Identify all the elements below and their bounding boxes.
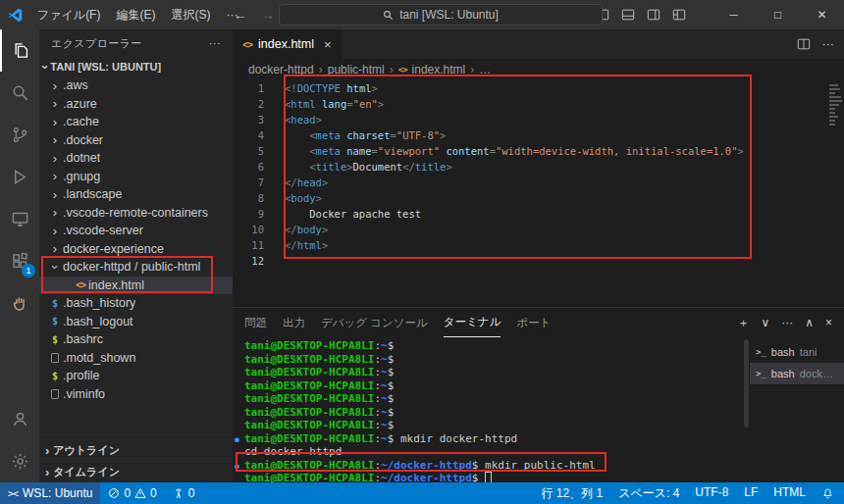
breadcrumb-item[interactable]: public-html <box>328 63 385 76</box>
remote-indicator[interactable]: >< WSL: Ubuntu <box>0 482 100 504</box>
tab-index-html[interactable]: <> index.html × <box>233 29 343 59</box>
line-number: 1 <box>233 80 264 96</box>
activity-source-control[interactable] <box>0 114 39 156</box>
ports-status[interactable]: 0 <box>165 486 203 500</box>
explorer-item[interactable]: ›.azure <box>39 95 233 114</box>
explorer-item[interactable]: $.bash_logout <box>39 313 233 331</box>
toggle-panel-icon[interactable] <box>621 8 635 22</box>
code-line: </body> <box>285 222 844 237</box>
activity-run-debug[interactable] <box>0 156 39 198</box>
panel-tab-debug-console[interactable]: デバッグ コンソール <box>321 308 428 337</box>
activity-docker-hand[interactable] <box>0 282 39 325</box>
panel-tab-problems[interactable]: 問題 <box>244 308 267 337</box>
problems-status[interactable]: 0 0 <box>100 486 164 500</box>
explorer-sidebar: エクスプローラー ··· › TANI [WSL: UBUNTU] ›.aws›… <box>39 29 233 482</box>
command-decoration-icon[interactable]: ● <box>235 433 239 447</box>
chevron-down-icon: › <box>49 265 62 269</box>
notifications-bell-icon[interactable] <box>821 487 834 500</box>
explorer-item[interactable]: ›.vscode-server <box>39 222 233 240</box>
file-label: .cache <box>63 115 99 128</box>
activity-settings[interactable] <box>0 440 39 482</box>
new-terminal-icon[interactable]: ＋ <box>737 315 749 331</box>
tab-close-icon[interactable]: × <box>324 37 332 52</box>
minimap[interactable] <box>826 80 844 307</box>
explorer-item[interactable]: ›.aws <box>39 76 233 95</box>
forward-icon[interactable]: → <box>261 7 275 23</box>
breadcrumb-item[interactable]: … <box>479 63 491 76</box>
terminal-tabs-list: >_bashtani>_bashdocker… <box>750 337 844 482</box>
sidebar-section[interactable]: ›タイムライン <box>39 461 233 482</box>
explorer-item[interactable]: ›docker-experience <box>39 240 233 259</box>
explorer-item[interactable]: .viminfo <box>39 385 233 404</box>
status-item[interactable]: HTML <box>773 485 806 502</box>
title-bar: ファイル(F)編集(E)選択(S)··· ← → tani [WSL: Ubun… <box>0 0 844 29</box>
explorer-item[interactable]: $.bash_history <box>39 294 233 313</box>
command-center-search[interactable]: tani [WSL: Ubuntu] <box>279 4 603 25</box>
status-item[interactable]: スペース: 4 <box>618 485 679 502</box>
activity-remote-explorer[interactable] <box>0 198 39 240</box>
terminal-list-item[interactable]: >_bashtani <box>750 341 844 363</box>
back-icon[interactable]: ← <box>234 7 247 23</box>
terminal-list-item[interactable]: >_bashdocker… <box>750 363 844 384</box>
maximize-button[interactable]: □ <box>756 0 800 29</box>
terminal-detail: tani <box>800 346 818 358</box>
shell-file-icon: $ <box>52 298 58 309</box>
breadcrumb-item[interactable]: docker-httpd <box>248 63 314 76</box>
toggle-secondary-sidebar-icon[interactable] <box>647 8 660 22</box>
line-number: 12 <box>233 253 264 269</box>
panel-tab-terminal[interactable]: ターミナル <box>444 308 501 337</box>
sidebar-section[interactable]: ›アウトライン <box>39 439 233 461</box>
explorer-item[interactable]: ›.landscape <box>39 185 233 204</box>
explorer-item[interactable]: <>index.html <box>39 277 233 295</box>
chevron-right-icon: › <box>53 152 57 165</box>
maximize-panel-icon[interactable]: ∧ <box>805 316 814 329</box>
tab-label: index.html <box>258 37 314 51</box>
minimize-button[interactable]: ─ <box>712 0 756 29</box>
line-number: 9 <box>233 206 264 222</box>
html-file-icon: <> <box>76 279 85 290</box>
explorer-item[interactable]: ›.dotnet <box>39 149 233 168</box>
customize-layout-icon[interactable] <box>672 8 686 22</box>
explorer-item[interactable]: ›.docker <box>39 131 233 150</box>
views-more-icon[interactable]: ··· <box>209 37 221 49</box>
menu-item[interactable]: 選択(S) <box>163 0 218 29</box>
explorer-item[interactable]: .motd_shown <box>39 349 233 368</box>
split-editor-icon[interactable] <box>797 37 811 51</box>
status-item[interactable]: LF <box>744 485 758 502</box>
panel-tab-ports[interactable]: ポート <box>516 308 551 337</box>
editor-more-icon[interactable]: ··· <box>822 37 835 51</box>
nav-arrows: ← → <box>234 0 275 29</box>
status-item[interactable]: 行 12、列 1 <box>541 485 603 502</box>
line-number: 6 <box>233 159 264 175</box>
status-item[interactable]: UTF-8 <box>695 485 728 502</box>
breadcrumb-item[interactable]: index.html <box>412 63 466 76</box>
explorer-section-header[interactable]: › TANI [WSL: UBUNTU] <box>39 57 233 76</box>
activity-search[interactable] <box>0 72 39 114</box>
activity-explorer[interactable] <box>0 29 39 72</box>
terminal-icon: >_ <box>756 369 766 378</box>
close-button[interactable]: ✕ <box>800 0 844 29</box>
explorer-item[interactable]: ›docker-httpd / public-html <box>39 258 233 277</box>
menu-item[interactable]: ファイル(F) <box>29 0 108 29</box>
terminal-output[interactable]: tani@DESKTOP-HCPA8LI:~$tani@DESKTOP-HCPA… <box>233 337 750 482</box>
menu-item[interactable]: 編集(E) <box>108 0 163 29</box>
activity-extensions[interactable]: 1 <box>0 240 39 282</box>
panel-tabs: 問題出力デバッグ コンソールターミナルポート <box>244 308 551 337</box>
explorer-item[interactable]: $.bashrc <box>39 330 233 349</box>
explorer-item[interactable]: ›.gnupg <box>39 168 233 186</box>
close-panel-icon[interactable]: × <box>825 316 832 329</box>
terminal-dropdown-icon[interactable]: ∨ <box>761 316 769 329</box>
line-number: 8 <box>233 190 264 206</box>
title-bar-right: ─ □ ✕ <box>596 0 844 29</box>
activity-accounts[interactable] <box>0 398 39 440</box>
explorer-item[interactable]: $.profile <box>39 367 233 385</box>
terminal-line: tani@DESKTOP-HCPA8LI:~$ <box>233 379 750 393</box>
code-editor[interactable]: 123456789101112 <!DOCTYPE html><html lan… <box>233 80 844 307</box>
explorer-item[interactable]: ›.cache <box>39 113 233 131</box>
explorer-item[interactable]: ›.vscode-remote-containers <box>39 204 233 223</box>
code-line: <html lang="en"> <box>285 96 844 112</box>
command-decoration-icon[interactable]: ● <box>235 460 239 474</box>
panel-more-icon[interactable]: ··· <box>781 316 793 329</box>
code-line: <meta charset="UTF-8"> <box>285 127 844 143</box>
panel-tab-output[interactable]: 出力 <box>283 308 305 337</box>
